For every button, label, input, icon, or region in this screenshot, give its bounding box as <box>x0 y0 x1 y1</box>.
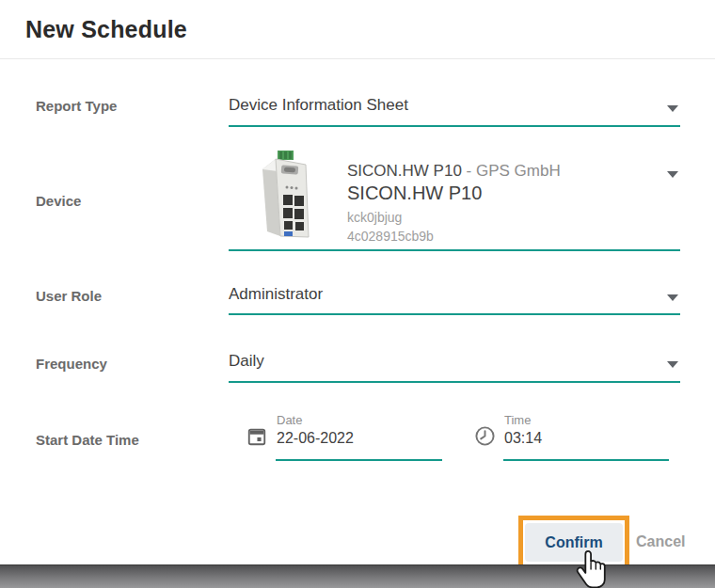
report-type-label: Report Type <box>36 98 224 114</box>
device-title-primary: SICON.HW P10 <box>347 162 462 180</box>
time-sublabel: Time <box>504 413 531 427</box>
cancel-button[interactable]: Cancel <box>636 529 685 555</box>
start-date-time-label: Start Date Time <box>36 432 224 448</box>
device-title: SICON.HW P10 - GPS GmbH <box>347 162 561 181</box>
calendar-icon[interactable] <box>246 426 267 447</box>
time-underline <box>503 459 669 461</box>
date-underline <box>276 459 442 461</box>
chevron-down-icon <box>667 294 678 301</box>
report-type-select[interactable]: Device Information Sheet <box>229 90 680 127</box>
frequency-label: Frequency <box>36 356 224 372</box>
page-background-strip <box>0 564 715 588</box>
device-select[interactable]: SICON.HW P10 - GPS GmbH SICON.HW P10 kck… <box>229 141 680 251</box>
report-type-value: Device Information Sheet <box>229 96 408 115</box>
title-divider <box>0 58 715 59</box>
date-sublabel: Date <box>277 413 302 427</box>
device-id: 4c028915cb9b <box>347 229 561 244</box>
chevron-down-icon <box>667 361 678 368</box>
user-role-value: Administrator <box>229 285 323 304</box>
date-input[interactable]: 22-06-2022 <box>277 430 354 447</box>
chevron-down-icon <box>667 171 678 178</box>
user-role-select[interactable]: Administrator <box>229 279 680 315</box>
time-input[interactable]: 03:14 <box>504 430 542 447</box>
new-schedule-dialog: New Schedule Report Type Device Informat… <box>0 0 715 588</box>
clock-icon[interactable] <box>474 425 496 447</box>
device-serial: kck0jbjug <box>347 210 561 225</box>
frequency-value: Daily <box>229 352 264 371</box>
device-image <box>249 149 326 240</box>
device-model: SICON.HW P10 <box>347 183 561 204</box>
dialog-title: New Schedule <box>25 16 187 43</box>
dialog-titlebar: New Schedule <box>0 0 715 58</box>
chevron-down-icon <box>667 105 678 112</box>
device-title-suffix: - GPS GmbH <box>462 162 561 180</box>
device-info: SICON.HW P10 - GPS GmbH SICON.HW P10 kck… <box>347 162 561 244</box>
user-role-label: User Role <box>36 288 224 304</box>
frequency-select[interactable]: Daily <box>229 346 680 383</box>
confirm-button[interactable]: Confirm <box>525 523 623 562</box>
device-label: Device <box>36 193 224 209</box>
